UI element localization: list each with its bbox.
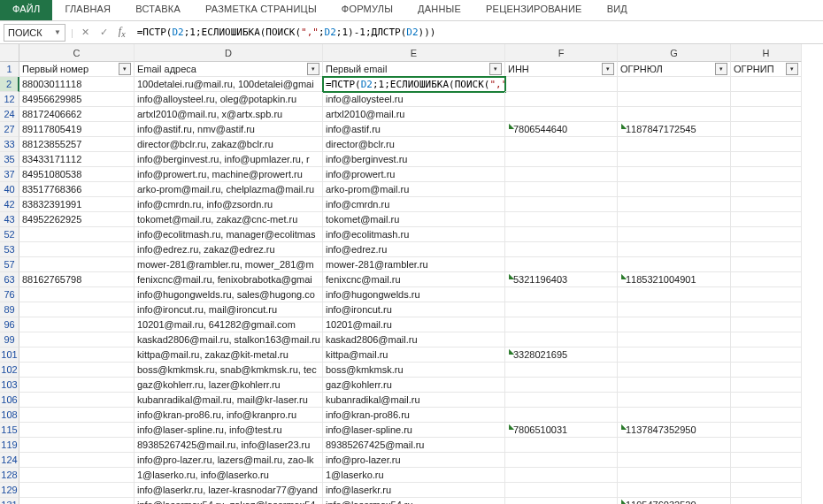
cell-E89[interactable]: info@ironcut.ru <box>323 302 505 317</box>
cell-D108[interactable]: info@kran-pro86.ru, info@kranpro.ru <box>135 408 323 423</box>
cell-G53[interactable] <box>618 242 731 257</box>
cell-D89[interactable]: info@ironcut.ru, mail@ironcut.ru <box>135 302 323 317</box>
cell-C108[interactable] <box>19 408 135 423</box>
filter-dropdown-icon[interactable]: ▾ <box>119 63 131 75</box>
cell-E129[interactable]: info@laserkr.ru <box>323 483 505 498</box>
cell-H119[interactable] <box>731 438 802 453</box>
tab-layout[interactable]: РАЗМЕТКА СТРАНИЦЫ <box>193 0 329 20</box>
cell-G115[interactable]: ◣1137847352950 <box>618 423 731 438</box>
cell-D52[interactable]: info@ecolitmash.ru, manager@ecolitmas <box>135 227 323 242</box>
row-header-96[interactable]: 96 <box>0 317 19 332</box>
cell-C53[interactable] <box>19 242 135 257</box>
row-header-101[interactable]: 101 <box>0 347 19 363</box>
row-header-124[interactable]: 124 <box>0 453 19 468</box>
cell-D42[interactable]: info@cmrdn.ru, info@zsordn.ru <box>135 197 323 212</box>
cell-G33[interactable] <box>618 137 731 152</box>
row-header-102[interactable]: 102 <box>0 363 19 378</box>
column-header-G[interactable]: G <box>618 44 731 62</box>
cell-C96[interactable] <box>19 317 135 332</box>
cell-C37[interactable]: 84951080538 <box>19 167 135 182</box>
cell-C106[interactable] <box>19 393 135 408</box>
cell-G43[interactable] <box>618 212 731 227</box>
column-header-H[interactable]: H <box>731 44 802 62</box>
row-header-106[interactable]: 106 <box>0 393 19 408</box>
cell-E99[interactable]: kaskad2806@mail.ru <box>323 332 505 347</box>
row-header-43[interactable]: 43 <box>0 212 19 227</box>
cell-D43[interactable]: tokomet@mail.ru, zakaz@cnc-met.ru <box>135 212 323 227</box>
cell-C102[interactable] <box>19 363 135 378</box>
header-cell-F[interactable]: ИНН▾ <box>505 62 618 77</box>
cell-C101[interactable] <box>19 347 135 363</box>
cell-C57[interactable] <box>19 257 135 272</box>
header-cell-G[interactable]: ОГРНЮЛ▾ <box>618 62 731 77</box>
cell-D40[interactable]: arko-prom@mail.ru, chelplazma@mail.ru <box>135 182 323 197</box>
cell-C42[interactable]: 83832391991 <box>19 197 135 212</box>
cell-E57[interactable]: mower-281@rambler.ru <box>323 257 505 272</box>
cell-G119[interactable] <box>618 438 731 453</box>
row-header-42[interactable]: 42 <box>0 197 19 212</box>
tab-view[interactable]: ВИД <box>595 0 640 20</box>
cell-E40[interactable]: arko-prom@mail.ru <box>323 182 505 197</box>
cell-E115[interactable]: info@laser-spline.ru <box>323 423 505 438</box>
cell-D53[interactable]: info@edrez.ru, zakaz@edrez.ru <box>135 242 323 257</box>
row-header-37[interactable]: 37 <box>0 167 19 182</box>
cell-D2[interactable]: 100detalei.ru@mail.ru, 100detalei@gmai <box>135 77 323 92</box>
filter-dropdown-icon[interactable]: ▾ <box>715 63 727 75</box>
cell-F106[interactable] <box>505 393 618 408</box>
cell-C89[interactable] <box>19 302 135 317</box>
cell-F2[interactable] <box>505 77 618 92</box>
cell-C43[interactable]: 84952262925 <box>19 212 135 227</box>
cell-F37[interactable] <box>505 167 618 182</box>
row-header-12[interactable]: 12 <box>0 92 19 107</box>
name-box[interactable]: ПОИСК ▼ <box>4 24 65 42</box>
cell-E101[interactable]: kittpa@mail.ru <box>323 347 505 363</box>
cell-D131[interactable]: info@lasermax54.ru, zakaz@lasermax54. <box>135 498 323 504</box>
cell-G40[interactable] <box>618 182 731 197</box>
cell-C99[interactable] <box>19 332 135 347</box>
cell-F24[interactable] <box>505 107 618 122</box>
cell-E103[interactable]: gaz@kohlerr.ru <box>323 378 505 393</box>
cell-C24[interactable]: 88172406662 <box>19 107 135 122</box>
cell-F101[interactable]: ◣3328021695 <box>505 347 618 363</box>
tab-data[interactable]: ДАННЫЕ <box>405 0 473 20</box>
cell-F52[interactable] <box>505 227 618 242</box>
row-header-40[interactable]: 40 <box>0 182 19 197</box>
cell-C40[interactable]: 83517768366 <box>19 182 135 197</box>
accept-formula-button[interactable]: ✓ <box>97 27 111 38</box>
cell-F96[interactable] <box>505 317 618 332</box>
filter-dropdown-icon[interactable]: ▾ <box>307 63 319 75</box>
chevron-down-icon[interactable]: ▼ <box>54 28 61 36</box>
cell-G57[interactable] <box>618 257 731 272</box>
cell-H99[interactable] <box>731 332 802 347</box>
row-header-103[interactable]: 103 <box>0 378 19 393</box>
cell-H124[interactable] <box>731 453 802 468</box>
column-header-E[interactable]: E <box>323 44 505 62</box>
cell-G131[interactable]: ◣1195476032520 <box>618 498 731 504</box>
column-header-C[interactable]: C <box>19 44 135 62</box>
cell-F76[interactable] <box>505 287 618 302</box>
row-header-108[interactable]: 108 <box>0 408 19 423</box>
cell-H101[interactable] <box>731 347 802 363</box>
cell-G89[interactable] <box>618 302 731 317</box>
fx-icon[interactable]: fx <box>116 25 128 39</box>
cell-D33[interactable]: director@bclr.ru, zakaz@bclr.ru <box>135 137 323 152</box>
row-header-35[interactable]: 35 <box>0 152 19 167</box>
header-cell-E[interactable]: Первый email▾ <box>323 62 505 77</box>
cell-D99[interactable]: kaskad2806@mail.ru, stalkon163@mail.ru <box>135 332 323 347</box>
cell-C52[interactable] <box>19 227 135 242</box>
cell-H131[interactable] <box>731 498 802 504</box>
cell-E124[interactable]: info@pro-lazer.ru <box>323 453 505 468</box>
cell-D12[interactable]: info@alloysteel.ru, oleg@potapkin.ru <box>135 92 323 107</box>
cell-H35[interactable] <box>731 152 802 167</box>
row-header-89[interactable]: 89 <box>0 302 19 317</box>
cell-D63[interactable]: fenixcnc@mail.ru, fenixobrabotka@gmai <box>135 272 323 287</box>
cell-C12[interactable]: 84956629985 <box>19 92 135 107</box>
row-header-24[interactable]: 24 <box>0 107 19 122</box>
cell-H57[interactable] <box>731 257 802 272</box>
cell-G27[interactable]: ◣1187847172545 <box>618 122 731 137</box>
cell-H108[interactable] <box>731 408 802 423</box>
cell-E43[interactable]: tokomet@mail.ru <box>323 212 505 227</box>
cell-F102[interactable] <box>505 363 618 378</box>
cell-H53[interactable] <box>731 242 802 257</box>
cell-F128[interactable] <box>505 468 618 483</box>
